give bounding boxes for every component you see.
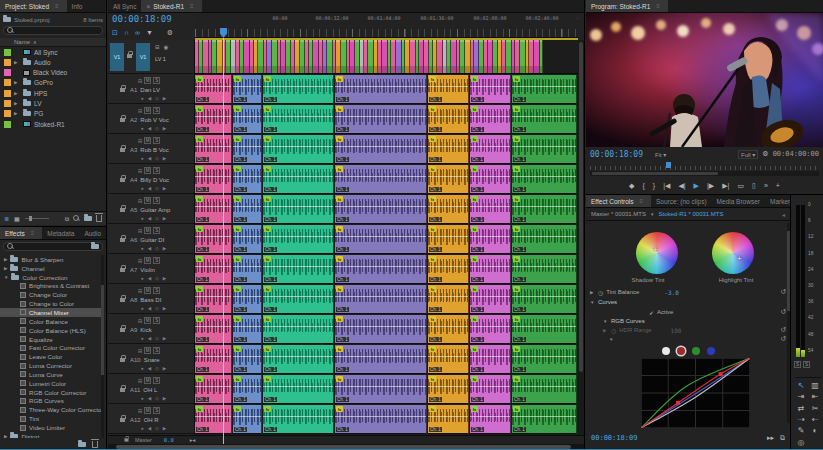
track-id[interactable]: A12	[130, 417, 141, 423]
lock-icon[interactable]	[120, 88, 125, 92]
effect-item-row[interactable]: Color Balance	[0, 317, 104, 326]
volume-rubber-band[interactable]	[470, 266, 510, 267]
fx-badge[interactable]: fx	[471, 346, 478, 352]
volume-rubber-band[interactable]	[428, 86, 468, 87]
disclosure-caret-icon[interactable]: ▶	[4, 257, 7, 262]
volume-rubber-band[interactable]	[233, 176, 261, 177]
reset-icon[interactable]: ↺	[780, 326, 786, 334]
fx-badge[interactable]: fx	[234, 406, 241, 412]
panel-menu-icon[interactable]: ≡	[637, 198, 647, 204]
solo-right-button[interactable]: S	[803, 361, 810, 368]
fx-badge[interactable]: fx	[471, 406, 478, 412]
audio-clip[interactable]: fxCh. 1	[470, 135, 511, 164]
audio-clip[interactable]: fxCh. 1	[335, 345, 427, 374]
volume-rubber-band[interactable]	[195, 236, 231, 237]
volume-rubber-band[interactable]	[263, 116, 333, 117]
audio-clip[interactable]: fxCh. 1	[470, 315, 511, 344]
lock-icon[interactable]	[120, 418, 125, 422]
fx-badge[interactable]: fx	[513, 406, 520, 412]
settings-wrench-icon[interactable]: ⚙	[762, 150, 768, 158]
audio-clip[interactable]: fxCh. 1	[195, 285, 232, 314]
audio-clip[interactable]: fxCh. 1	[470, 345, 511, 374]
label-color-chip[interactable]	[4, 100, 11, 107]
next-keyframe-icon[interactable]: ▶	[163, 246, 166, 251]
fx-badge[interactable]: fx	[336, 376, 343, 382]
lock-icon[interactable]	[120, 178, 125, 182]
fx-badge[interactable]: fx	[471, 166, 478, 172]
volume-rubber-band[interactable]	[512, 176, 576, 177]
playback-resolution-select[interactable]: Full ▾	[738, 150, 758, 159]
tab-effect-controls[interactable]: Effect Controls≡	[586, 195, 651, 207]
volume-rubber-band[interactable]	[470, 146, 510, 147]
project-item-row[interactable]: ▶Audio	[0, 57, 106, 67]
volume-rubber-band[interactable]	[512, 116, 576, 117]
next-keyframe-icon[interactable]: ▶	[163, 396, 166, 401]
next-keyframe-icon[interactable]: ▶	[163, 306, 166, 311]
blue-channel-dot[interactable]	[707, 347, 715, 355]
audio-clip[interactable]: fxCh. 1	[428, 315, 469, 344]
source-patch-v1[interactable]: V1	[110, 43, 124, 71]
collapse-caret-icon[interactable]: ▼	[603, 319, 608, 324]
audio-clip[interactable]: fxCh. 1	[263, 135, 334, 164]
audio-clip[interactable]: fxCh. 1	[233, 195, 262, 224]
fx-badge[interactable]: fx	[234, 256, 241, 262]
audio-clip[interactable]: fxCh. 1	[195, 405, 232, 434]
video-clip[interactable]	[540, 40, 544, 74]
add-keyframe-icon[interactable]: ◇	[155, 96, 158, 101]
scrollbar[interactable]	[579, 42, 583, 372]
add-keyframe-icon[interactable]: ◇	[155, 246, 158, 251]
track-id[interactable]: A6	[130, 237, 137, 243]
solo-button[interactable]: S	[153, 317, 160, 324]
track-id[interactable]: A11	[130, 387, 140, 393]
effect-item-row[interactable]: Three-Way Color Corrector	[0, 405, 104, 414]
label-color-chip[interactable]	[4, 121, 11, 128]
audio-clip[interactable]: fxCh. 1	[428, 105, 469, 134]
track-settings-icon[interactable]: ⊟	[138, 138, 142, 144]
mute-button[interactable]: M	[144, 407, 151, 414]
volume-rubber-band[interactable]	[428, 116, 468, 117]
fx-badge[interactable]: fx	[196, 166, 203, 172]
mute-button[interactable]: M	[144, 77, 151, 84]
tab-markers[interactable]: Markers	[765, 195, 790, 207]
audio-clip[interactable]: fxCh. 1	[233, 135, 262, 164]
fx-badge[interactable]: fx	[336, 106, 343, 112]
fx-badge[interactable]: fx	[429, 196, 436, 202]
horizontal-scrollbar[interactable]	[116, 445, 571, 449]
eye-icon[interactable]: ◉	[164, 44, 169, 50]
reset-icon[interactable]: ↺	[780, 288, 786, 296]
scrollbar[interactable]	[787, 231, 790, 311]
effect-item-row[interactable]: Equalize	[0, 335, 104, 344]
tab-project[interactable]: Project: Stoked≡	[0, 0, 67, 12]
audio-clip[interactable]: fxCh. 1	[263, 345, 334, 374]
effect-item-row[interactable]: Luma Curve	[0, 370, 104, 379]
solo-button[interactable]: S	[153, 167, 160, 174]
volume-rubber-band[interactable]	[470, 236, 510, 237]
fx-badge[interactable]: fx	[471, 136, 478, 142]
effect-item-row[interactable]: Fast Color Corrector	[0, 344, 104, 353]
volume-rubber-band[interactable]	[470, 356, 510, 357]
audio-clip[interactable]: fxCh. 1	[512, 195, 577, 224]
audio-clip[interactable]: fxCh. 1	[470, 75, 511, 104]
track-id[interactable]: A7	[130, 267, 137, 273]
fx-badge[interactable]: fx	[196, 136, 203, 142]
label-color-chip[interactable]	[4, 90, 11, 97]
next-keyframe-icon[interactable]: ▶	[163, 366, 166, 371]
label-color-chip[interactable]	[4, 49, 11, 56]
volume-rubber-band[interactable]	[512, 86, 576, 87]
mark-out-button[interactable]: }	[653, 182, 655, 190]
audio-clip[interactable]: fxCh. 1	[233, 285, 262, 314]
audio-clip[interactable]: fxCh. 1	[512, 105, 577, 134]
add-keyframe-icon[interactable]: ◇	[155, 366, 158, 371]
step-forward-button[interactable]: |▶	[707, 182, 714, 190]
solo-button[interactable]: S	[153, 197, 160, 204]
audio-clip[interactable]: fxCh. 1	[428, 75, 469, 104]
list-view-button[interactable]: ≣	[4, 215, 9, 223]
track-id[interactable]: A5	[130, 207, 137, 213]
prev-keyframe-icon[interactable]: ◀	[148, 126, 151, 131]
volume-rubber-band[interactable]	[470, 206, 510, 207]
scrollbar[interactable]	[101, 285, 104, 375]
audio-clip[interactable]: fxCh. 1	[512, 315, 577, 344]
tab-source[interactable]: Source: (no clips)	[651, 195, 712, 207]
volume-rubber-band[interactable]	[428, 266, 468, 267]
prev-keyframe-icon[interactable]: ◀	[148, 276, 151, 281]
